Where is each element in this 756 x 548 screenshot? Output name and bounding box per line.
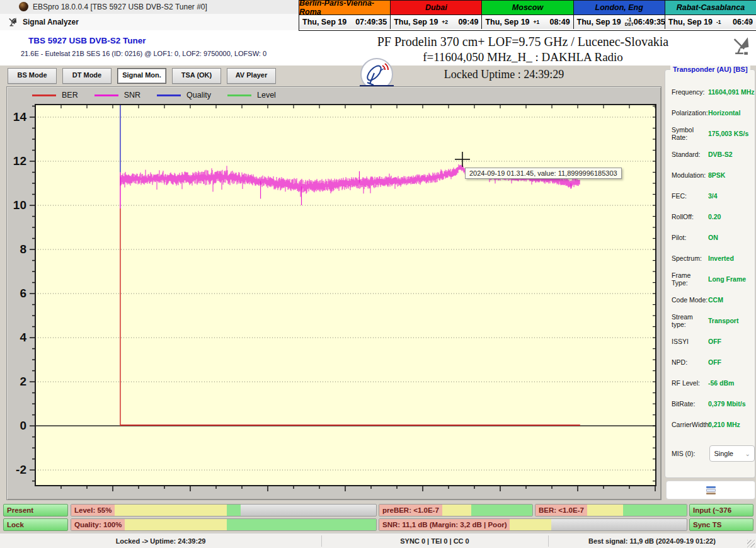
transponder-rows: Frequency:11604,091 MHzPolarization:Hori… — [665, 81, 755, 435]
transponder-label: Frequency: — [672, 88, 708, 96]
transponder-row: RollOff:0.20 — [665, 206, 755, 227]
clock-time-cell: Thu, Sep 19-1DST06:49:35 — [574, 15, 665, 29]
transponder-value: 0.20 — [708, 213, 721, 220]
chevron-down-icon: ⌄ — [745, 450, 750, 457]
svg-text:8: 8 — [20, 243, 26, 256]
transponder-row: Spectrum:Inverted — [665, 248, 755, 268]
transponder-row: CarrierWidth:0,210 MHz — [665, 414, 755, 435]
transponder-row: Stream type:Transport — [665, 310, 755, 331]
transponder-row: Modulation:8PSK — [665, 164, 755, 185]
mis-value: Single — [714, 450, 733, 457]
svg-text:6: 6 — [20, 287, 26, 300]
clock-time-cell: Thu, Sep 19-106:49 — [665, 15, 756, 29]
clock-time-cell: Thu, Sep 19+108:49 — [482, 15, 573, 29]
transponder-value: 175,003 KS/s — [708, 130, 748, 137]
clock-city: London, Eng — [574, 1, 665, 15]
mis-select[interactable]: Single ⌄ — [709, 445, 755, 462]
menu-signal-analyzer[interactable]: Signal Analyzer — [23, 18, 79, 26]
transponder-row: Code Mode:CCM — [665, 289, 755, 310]
signal-chart: BERSNRQualityLevel 14121086420-2 2024-09… — [6, 86, 662, 500]
clock-city: Berlin-Paris-Vienna-Roma — [299, 1, 391, 15]
tab-bs-mode[interactable]: BS Mode — [8, 68, 57, 84]
transponder-label: Code Mode: — [672, 296, 708, 304]
clock-utc-offset: -1DST — [625, 17, 634, 27]
clock-time-cell: Thu, Sep 1907:49:35 — [299, 15, 391, 29]
clock-date: Thu, Sep 19 — [668, 18, 713, 26]
transponder-row: Frame Type:Long Frame — [665, 268, 755, 289]
transponder-label: Frame Type: — [672, 271, 708, 287]
transponder-label: FEC: — [672, 192, 708, 200]
clock-date: Thu, Sep 19 — [302, 18, 346, 26]
clock-time: 09:49 — [458, 18, 478, 26]
transponder-panel: Transponder (AU) [BS] Frequency:11604,09… — [665, 69, 755, 478]
clock-time: 08:49 — [550, 18, 570, 26]
stream-list-button[interactable] — [666, 481, 755, 499]
clock-city: Dubai — [391, 1, 482, 15]
transponder-value: 3/4 — [708, 192, 718, 200]
app-icon — [19, 2, 28, 11]
chart-tooltip: 2024-09-19 01.31.45, value: 11,899999618… — [465, 168, 622, 179]
resize-grip[interactable] — [747, 540, 755, 547]
clock-city: Moscow — [482, 1, 573, 15]
tab-tsa-ok-[interactable]: TSA (OK) — [172, 68, 221, 84]
clock-time-cell: Thu, Sep 19+209:49 — [391, 15, 482, 29]
transponder-label: Stream type: — [672, 313, 708, 328]
window-title: EBSpro 18.0.0.4 [TBS 5927 USB DVB-S2 Tun… — [33, 3, 207, 11]
svg-text:-2: -2 — [16, 463, 26, 476]
tab-dt-mode[interactable]: DT Mode — [62, 68, 112, 84]
clock-time: 06:49:35 — [634, 18, 665, 26]
transponder-label: NPD: — [672, 358, 708, 366]
transponder-row: Polarization:Horizontal — [665, 102, 755, 123]
tab-av-player[interactable]: AV Player — [227, 68, 276, 84]
status-locked-uptime: Locked -> Uptime: 24:39:29 — [0, 534, 321, 548]
transponder-label: RF Level: — [672, 379, 708, 387]
transponder-row: RF Level:-56 dBm — [665, 372, 755, 393]
clock-date: Thu, Sep 19 — [485, 18, 529, 26]
satellite-dish-icon-right — [731, 35, 752, 59]
site-line1: PF Prodelin 370 cm+ LOF=9.75 GHz / Lucen… — [290, 35, 756, 49]
transponder-value: ON — [708, 234, 718, 241]
transponder-label: RollOff: — [672, 213, 708, 220]
transponder-row: Pilot:ON — [665, 227, 755, 248]
satellite-dish-icon — [8, 16, 18, 27]
svg-text:14: 14 — [13, 110, 27, 123]
transponder-label: BitRate: — [672, 400, 708, 408]
clock-utc-offset: +2 — [442, 20, 448, 25]
transponder-value: OFF — [708, 358, 721, 366]
clock-date: Thu, Sep 19 — [577, 18, 621, 26]
status-best-signal: Best signal: 11,9 dB (2024-09-19 01:22) — [548, 534, 756, 548]
svg-text:2: 2 — [20, 375, 26, 388]
world-clock-panel: Berlin-Paris-Vienna-RomaDubaiMoscowLondo… — [299, 0, 756, 31]
mis-row: MIS (0): Single ⌄ — [665, 445, 755, 462]
tab-signal-mon-[interactable]: Signal Mon. — [117, 68, 166, 84]
transponder-value: 0,379 Mbit/s — [708, 400, 746, 408]
clock-utc-offset: +1 — [534, 20, 540, 25]
transponder-row: Symbol Rate:175,003 KS/s — [665, 123, 755, 144]
transponder-label: Modulation: — [672, 171, 708, 179]
transponder-label: Pilot: — [672, 234, 708, 241]
transponder-row: Standard:DVB-S2 — [665, 144, 755, 164]
transponder-value: -56 dBm — [708, 379, 734, 387]
transponder-value: Transport — [708, 317, 738, 324]
stack-icon — [706, 486, 716, 494]
transponder-value: Long Frame — [708, 275, 746, 283]
svg-text:4: 4 — [20, 331, 26, 344]
transponder-label: Polarization: — [672, 109, 708, 117]
svg-text:12: 12 — [13, 154, 26, 168]
transponder-value: Horizontal — [708, 109, 740, 117]
clock-time: 07:49:35 — [355, 18, 387, 26]
transponder-row: NPD:OFF — [665, 351, 755, 372]
clock-utc-offset: -1 — [716, 20, 721, 25]
transponder-row: BitRate:0,379 Mbit/s — [665, 393, 755, 414]
status-bar: Locked -> Uptime: 24:39:29 SYNC 0 | TEI … — [0, 533, 756, 548]
clock-city: Rabat-Casablanca — [665, 1, 756, 15]
clock-close-icon[interactable]: ✕ — [746, 16, 752, 25]
transponder-value: 0,210 MHz — [708, 421, 740, 428]
transponder-value: CCM — [708, 296, 723, 304]
transponder-panel-title: Transponder (AU) [BS] — [670, 66, 750, 73]
transponder-value: 8PSK — [708, 171, 725, 179]
tuner-subtitle: 21.6E - Eutelsat 21B SES 16 (ID: 0216) @… — [21, 50, 266, 57]
transponder-row: ISSYIOFF — [665, 331, 755, 351]
transponder-label: Standard: — [672, 151, 708, 158]
clock-date: Thu, Sep 19 — [394, 18, 438, 26]
